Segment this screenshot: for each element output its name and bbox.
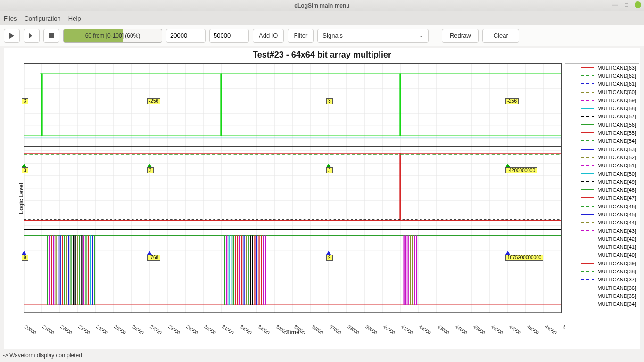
stop-button[interactable] — [43, 29, 59, 43]
svg-point-120 — [23, 165, 25, 166]
legend-item[interactable]: MULTICAND[55] — [565, 129, 639, 137]
svg-marker-0 — [9, 33, 14, 39]
legend-swatch — [581, 116, 594, 117]
status-bar: -> Waveform display completed — [3, 351, 641, 360]
legend-item[interactable]: MULTICAND[45] — [565, 210, 639, 218]
x-axis-label: Time — [24, 329, 562, 336]
legend-label: MULTICAND[50] — [597, 171, 636, 177]
legend-swatch — [581, 230, 594, 231]
value-annotation: 3 — [326, 98, 333, 104]
legend-label: MULTICAND[48] — [597, 187, 636, 193]
legend-swatch — [581, 288, 594, 288]
legend-label: MULTICAND[52] — [597, 155, 636, 160]
legend-swatch — [581, 165, 594, 166]
legend-label: MULTICAND[54] — [597, 138, 636, 144]
legend-swatch — [581, 304, 594, 304]
svg-marker-128 — [147, 251, 152, 255]
legend-label: MULTICAND[36] — [597, 285, 636, 291]
legend-label: MULTICAND[34] — [597, 301, 636, 307]
chart-title: Test#23 - 64x64 bit array multiplier — [4, 48, 640, 61]
plot-area: Test#23 - 64x64 bit array multiplier Log… — [4, 48, 640, 349]
range-end-input[interactable] — [209, 29, 249, 43]
legend-item[interactable]: MULTICAND[37] — [565, 276, 639, 284]
legend-item[interactable]: MULTICAND[62] — [565, 72, 639, 80]
progress-bar[interactable]: 60 from [0-100] (60%) — [63, 29, 162, 43]
chevron-down-icon: ⌄ — [419, 33, 423, 39]
value-annotation: -4200000000 — [505, 167, 537, 173]
range-start-input[interactable] — [166, 29, 206, 43]
legend-item[interactable]: MULTICAND[49] — [565, 178, 639, 186]
annotation-marker: -4200000000 — [505, 164, 510, 167]
value-annotation: 9 — [326, 255, 333, 261]
legend-item[interactable]: MULTICAND[34] — [565, 300, 639, 308]
x-ticks: 2000021000220002300024000250002600027000… — [24, 314, 562, 328]
legend-item[interactable]: MULTICAND[53] — [565, 145, 639, 153]
add-io-button[interactable]: Add IO — [253, 29, 284, 43]
annotation-marker: 9 — [22, 251, 26, 255]
legend-swatch — [581, 83, 594, 84]
legend-item[interactable]: MULTICAND[58] — [565, 104, 639, 112]
annotation-marker: 3 — [326, 164, 331, 167]
legend-swatch — [581, 157, 594, 158]
legend-label: MULTICAND[47] — [597, 195, 636, 201]
legend[interactable]: MULTICAND[63]MULTICAND[62]MULTICAND[61]M… — [565, 63, 639, 346]
step-button[interactable] — [24, 29, 40, 43]
minimize-icon[interactable]: — — [612, 1, 619, 8]
legend-item[interactable]: MULTICAND[46] — [565, 202, 639, 210]
redraw-button[interactable]: Redraw — [442, 29, 479, 43]
legend-swatch — [581, 189, 594, 190]
legend-item[interactable]: MULTICAND[40] — [565, 251, 639, 259]
legend-item[interactable]: MULTICAND[41] — [565, 243, 639, 251]
legend-item[interactable]: MULTICAND[54] — [565, 137, 639, 145]
filter-button[interactable]: Filter — [288, 29, 314, 43]
clear-button[interactable]: Clear — [482, 29, 519, 43]
legend-label: MULTICAND[38] — [597, 269, 636, 274]
svg-rect-3 — [49, 33, 54, 38]
annotation-marker: -256 — [505, 98, 510, 102]
legend-label: MULTICAND[49] — [597, 179, 636, 185]
legend-swatch — [581, 173, 594, 174]
legend-item[interactable]: MULTICAND[60] — [565, 88, 639, 96]
menu-files[interactable]: Files — [4, 15, 17, 22]
close-icon[interactable] — [635, 1, 641, 8]
value-annotation: 3 — [147, 167, 154, 173]
legend-label: MULTICAND[37] — [597, 277, 636, 282]
legend-item[interactable]: MULTICAND[56] — [565, 121, 639, 129]
legend-swatch — [581, 263, 594, 264]
legend-swatch — [581, 100, 594, 101]
legend-item[interactable]: MULTICAND[61] — [565, 80, 639, 88]
annotation-marker: 3 — [22, 164, 26, 167]
legend-item[interactable]: MULTICAND[57] — [565, 113, 639, 121]
legend-label: MULTICAND[35] — [597, 293, 636, 299]
legend-item[interactable]: MULTICAND[36] — [565, 284, 639, 292]
legend-label: MULTICAND[41] — [597, 244, 636, 250]
annotation-marker: -768 — [147, 251, 152, 255]
legend-item[interactable]: MULTICAND[38] — [565, 267, 639, 275]
play-button[interactable] — [4, 29, 20, 43]
signals-select[interactable]: Signals ⌄ — [317, 29, 429, 43]
legend-item[interactable]: MULTICAND[35] — [565, 292, 639, 300]
menu-configuration[interactable]: Configuration — [24, 15, 60, 22]
plot-region[interactable]: 3-2563-256333-42000000009-76891075200000… — [24, 63, 562, 313]
annotation-marker: 3 — [326, 98, 331, 102]
legend-item[interactable]: MULTICAND[51] — [565, 162, 639, 170]
value-annotation: -256 — [505, 98, 519, 104]
legend-item[interactable]: MULTICAND[44] — [565, 219, 639, 227]
legend-item[interactable]: MULTICAND[59] — [565, 96, 639, 104]
legend-item[interactable]: MULTICAND[52] — [565, 153, 639, 161]
legend-label: MULTICAND[51] — [597, 163, 636, 168]
value-annotation: 3 — [326, 167, 333, 173]
legend-item[interactable]: MULTICAND[63] — [565, 64, 639, 72]
legend-swatch — [581, 296, 594, 296]
svg-point-122 — [149, 165, 150, 166]
legend-item[interactable]: MULTICAND[39] — [565, 259, 639, 267]
legend-item[interactable]: MULTICAND[50] — [565, 170, 639, 178]
legend-item[interactable]: MULTICAND[47] — [565, 194, 639, 202]
legend-item[interactable]: MULTICAND[43] — [565, 227, 639, 235]
annotation-marker: -256 — [147, 98, 152, 102]
legend-item[interactable]: MULTICAND[48] — [565, 186, 639, 194]
menu-help[interactable]: Help — [68, 15, 81, 22]
maximize-icon[interactable]: □ — [623, 1, 630, 8]
legend-swatch — [581, 247, 594, 247]
legend-item[interactable]: MULTICAND[42] — [565, 235, 639, 243]
